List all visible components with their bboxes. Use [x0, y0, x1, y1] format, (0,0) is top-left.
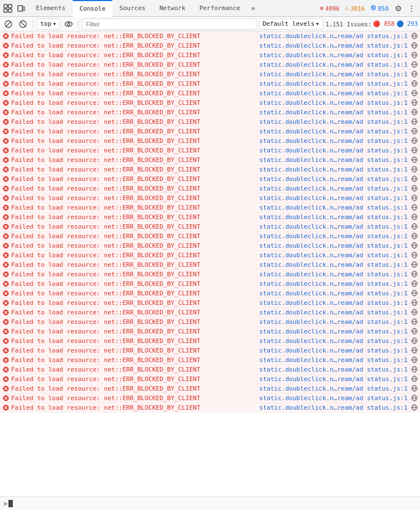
log-source[interactable]: static.doubleclick.n…ream/ad status.js:1 [259, 99, 410, 106]
log-row[interactable]: Failed to load resource: net::ERR_BLOCKE… [0, 146, 420, 155]
log-source[interactable]: static.doubleclick.n…ream/ad status.js:1 [259, 166, 410, 173]
log-row[interactable]: Failed to load resource: net::ERR_BLOCKE… [0, 231, 420, 241]
log-source[interactable]: static.doubleclick.n…ream/ad status.js:1 [259, 61, 410, 68]
log-row[interactable]: Failed to load resource: net::ERR_BLOCKE… [0, 79, 420, 89]
log-source[interactable]: static.doubleclick.n…ream/ad status.js:1 [259, 175, 410, 183]
log-source[interactable]: static.doubleclick.n…ream/ad status.js:1 [259, 261, 410, 268]
log-source[interactable]: static.doubleclick.n…ream/ad status.js:1 [259, 328, 410, 335]
log-source[interactable]: static.doubleclick.n…ream/ad status.js:1 [259, 242, 410, 249]
log-row[interactable]: Failed to load resource: net::ERR_BLOCKE… [0, 203, 420, 212]
log-row[interactable]: Failed to load resource: net::ERR_BLOCKE… [0, 174, 420, 184]
log-source[interactable]: static.doubleclick.n…ream/ad status.js:1 [259, 309, 410, 316]
log-source[interactable]: static.doubleclick.n…ream/ad status.js:1 [259, 33, 410, 40]
tab-performance[interactable]: Performance [193, 0, 248, 17]
warning-count-badge[interactable]: ⚠ 3016 [343, 4, 367, 12]
log-source[interactable]: static.doubleclick.n…ream/ad status.js:1 [259, 214, 410, 221]
eye-button[interactable] [63, 18, 75, 30]
log-row[interactable]: Failed to load resource: net::ERR_BLOCKE… [0, 355, 420, 365]
log-row[interactable]: Failed to load resource: net::ERR_BLOCKE… [0, 289, 420, 298]
inspect-icon[interactable] [2, 3, 13, 14]
log-row[interactable]: Failed to load resource: net::ERR_BLOCKE… [0, 60, 420, 69]
log-row[interactable]: Failed to load resource: net::ERR_BLOCKE… [0, 403, 420, 412]
log-source[interactable]: static.doubleclick.n…ream/ad status.js:1 [259, 42, 410, 49]
log-source[interactable]: static.doubleclick.n…ream/ad status.js:1 [259, 318, 410, 326]
console-log-area[interactable]: Failed to load resource: net::ERR_BLOCKE… [0, 31, 420, 497]
stop-button[interactable] [17, 18, 29, 30]
tab-elements[interactable]: Elements [29, 0, 73, 17]
log-source[interactable]: static.doubleclick.n…ream/ad status.js:1 [259, 128, 410, 135]
devtools-more-button[interactable]: ⋮ [405, 2, 418, 15]
log-row[interactable]: Failed to load resource: net::ERR_BLOCKE… [0, 136, 420, 146]
log-row[interactable]: Failed to load resource: net::ERR_BLOCKE… [0, 31, 420, 41]
log-source[interactable]: static.doubleclick.n…ream/ad status.js:1 [259, 71, 410, 78]
log-source[interactable]: static.doubleclick.n…ream/ad status.js:1 [259, 395, 410, 402]
log-source[interactable]: static.doubleclick.n…ream/ad status.js:1 [259, 375, 410, 383]
log-source[interactable]: static.doubleclick.n…ream/ad status.js:1 [259, 223, 410, 230]
tab-sources[interactable]: Sources [113, 0, 152, 17]
log-row[interactable]: Failed to load resource: net::ERR_BLOCKE… [0, 251, 420, 260]
log-source[interactable]: static.doubleclick.n…ream/ad status.js:1 [259, 80, 410, 87]
log-row[interactable]: Failed to load resource: net::ERR_BLOCKE… [0, 384, 420, 393]
log-source[interactable]: static.doubleclick.n…ream/ad status.js:1 [259, 356, 410, 364]
log-row[interactable]: Failed to load resource: net::ERR_BLOCKE… [0, 393, 420, 403]
log-source[interactable]: static.doubleclick.n…ream/ad status.js:1 [259, 147, 410, 154]
log-row[interactable]: Failed to load resource: net::ERR_BLOCKE… [0, 374, 420, 384]
log-row[interactable]: Failed to load resource: net::ERR_BLOCKE… [0, 127, 420, 136]
log-row[interactable]: Failed to load resource: net::ERR_BLOCKE… [0, 279, 420, 289]
log-source[interactable]: static.doubleclick.n…ream/ad status.js:1 [259, 280, 410, 288]
log-source[interactable]: static.doubleclick.n…ream/ad status.js:1 [259, 404, 410, 411]
log-row[interactable]: Failed to load resource: net::ERR_BLOCKE… [0, 308, 420, 317]
log-source[interactable]: static.doubleclick.n…ream/ad status.js:1 [259, 233, 410, 240]
info-count-badge[interactable]: 🛇 858 [368, 4, 391, 12]
log-source[interactable]: static.doubleclick.n…ream/ad status.js:1 [259, 204, 410, 211]
log-row[interactable]: Failed to load resource: net::ERR_BLOCKE… [0, 50, 420, 60]
log-source[interactable]: static.doubleclick.n…ream/ad status.js:1 [259, 290, 410, 297]
clear-console-button[interactable] [2, 18, 15, 30]
responsive-icon[interactable] [16, 3, 27, 14]
level-selector[interactable]: Default levels ▾ [259, 18, 323, 30]
log-source[interactable]: static.doubleclick.n…ream/ad status.js:1 [259, 366, 410, 373]
log-row[interactable]: Failed to load resource: net::ERR_BLOCKE… [0, 336, 420, 346]
log-row[interactable]: Failed to load resource: net::ERR_BLOCKE… [0, 98, 420, 108]
log-source[interactable]: static.doubleclick.n…ream/ad status.js:1 [259, 347, 410, 354]
log-source[interactable]: static.doubleclick.n…ream/ad status.js:1 [259, 299, 410, 307]
log-row[interactable]: Failed to load resource: net::ERR_BLOCKE… [0, 317, 420, 327]
log-source[interactable]: static.doubleclick.n…ream/ad status.js:1 [259, 90, 410, 97]
log-row[interactable]: Failed to load resource: net::ERR_BLOCKE… [0, 298, 420, 308]
context-selector[interactable]: top ▾ [36, 18, 60, 30]
log-row[interactable]: Failed to load resource: net::ERR_BLOCKE… [0, 193, 420, 203]
tab-console[interactable]: Console [73, 0, 113, 17]
log-row[interactable]: Failed to load resource: net::ERR_BLOCKE… [0, 346, 420, 355]
log-row[interactable]: Failed to load resource: net::ERR_BLOCKE… [0, 41, 420, 50]
log-row[interactable]: Failed to load resource: net::ERR_BLOCKE… [0, 241, 420, 251]
devtools-settings-button[interactable]: ⚙ [392, 2, 404, 15]
issues-red-count[interactable]: 🔴 858 [373, 20, 394, 27]
log-row[interactable]: Failed to load resource: net::ERR_BLOCKE… [0, 212, 420, 222]
log-source[interactable]: static.doubleclick.n…ream/ad status.js:1 [259, 109, 410, 116]
log-row[interactable]: Failed to load resource: net::ERR_BLOCKE… [0, 365, 420, 374]
log-row[interactable]: Failed to load resource: net::ERR_BLOCKE… [0, 108, 420, 117]
log-source[interactable]: static.doubleclick.n…ream/ad status.js:1 [259, 337, 410, 345]
filter-input[interactable] [82, 18, 256, 30]
log-row[interactable]: Failed to load resource: net::ERR_BLOCKE… [0, 117, 420, 127]
log-source[interactable]: static.doubleclick.n…ream/ad status.js:1 [259, 185, 410, 192]
log-source[interactable]: static.doubleclick.n…ream/ad status.js:1 [259, 252, 410, 259]
log-source[interactable]: static.doubleclick.n…ream/ad status.js:1 [259, 52, 410, 59]
tab-network[interactable]: Network [153, 0, 193, 17]
log-source[interactable]: static.doubleclick.n…ream/ad status.js:1 [259, 385, 410, 392]
log-row[interactable]: Failed to load resource: net::ERR_BLOCKE… [0, 89, 420, 98]
log-row[interactable]: Failed to load resource: net::ERR_BLOCKE… [0, 327, 420, 336]
log-row[interactable]: Failed to load resource: net::ERR_BLOCKE… [0, 69, 420, 79]
log-row[interactable]: Failed to load resource: net::ERR_BLOCKE… [0, 222, 420, 231]
log-row[interactable]: Failed to load resource: net::ERR_BLOCKE… [0, 155, 420, 165]
log-source[interactable]: static.doubleclick.n…ream/ad status.js:1 [259, 156, 410, 164]
log-row[interactable]: Failed to load resource: net::ERR_BLOCKE… [0, 165, 420, 174]
log-source[interactable]: static.doubleclick.n…ream/ad status.js:1 [259, 271, 410, 278]
log-source[interactable]: static.doubleclick.n…ream/ad status.js:1 [259, 194, 410, 202]
log-source[interactable]: static.doubleclick.n…ream/ad status.js:1 [259, 137, 410, 145]
log-source[interactable]: static.doubleclick.n…ream/ad status.js:1 [259, 118, 410, 126]
log-row[interactable]: Failed to load resource: net::ERR_BLOCKE… [0, 260, 420, 270]
log-row[interactable]: Failed to load resource: net::ERR_BLOCKE… [0, 184, 420, 193]
log-row[interactable]: Failed to load resource: net::ERR_BLOCKE… [0, 270, 420, 279]
issues-blue-count[interactable]: 🔵 293 [396, 20, 418, 27]
